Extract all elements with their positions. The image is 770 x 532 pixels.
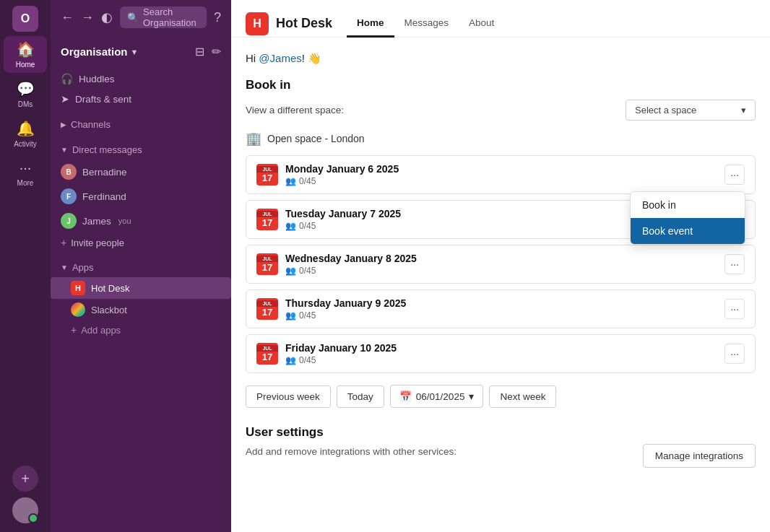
invite-icon: + [61, 237, 66, 248]
booking-dropdown: Book in Book event [630, 191, 745, 245]
ferdinand-avatar: F [61, 188, 77, 204]
thursday-more-button[interactable]: ··· [724, 299, 745, 319]
friday-count-text: 0/45 [299, 355, 316, 365]
apps-section: ▼ Apps H Hot Desk Slackbot + Add apps [51, 255, 231, 342]
greeting-prefix: Hi [246, 52, 259, 64]
today-button[interactable]: Today [337, 385, 384, 408]
org-name-label: Organisation [61, 45, 128, 58]
tab-messages[interactable]: Messages [394, 10, 459, 38]
prev-week-button[interactable]: Previous week [246, 385, 331, 408]
james-avatar: J [61, 213, 77, 229]
activity-icon: 🔔 [17, 120, 35, 137]
slackbot-icon [71, 302, 85, 317]
dm-james[interactable]: J James you [51, 209, 231, 233]
monday-date: Monday January 6 2025 [285, 163, 399, 175]
dm-bernadine[interactable]: B Bernadine [51, 160, 231, 184]
sidebar-item-huddles[interactable]: 🎧 Huddles [51, 69, 231, 89]
rail-item-activity[interactable]: 🔔 Activity [4, 115, 47, 152]
invite-label: Invite people [71, 237, 124, 248]
rail-item-home[interactable]: 🏠 Home [4, 36, 47, 73]
back-button[interactable]: ← [61, 10, 74, 25]
tuesday-month: JUL [256, 211, 278, 217]
space-select[interactable]: Select a space ▾ [626, 100, 756, 121]
wednesday-date-icon: JUL 17 [256, 253, 278, 275]
slackbot-name: Slackbot [91, 305, 127, 315]
rail-item-dms[interactable]: 💬 DMs [4, 76, 47, 113]
thursday-count-text: 0/45 [299, 310, 316, 320]
app-hotdesk[interactable]: H Hot Desk [51, 277, 231, 299]
huddles-icon: 🎧 [61, 73, 73, 84]
greeting-mention[interactable]: @James [259, 52, 301, 64]
booking-row-friday: JUL 17 Friday January 10 2025 👥 0/45 ··· [246, 334, 756, 373]
tuesday-count: 👥 0/45 [285, 221, 401, 231]
tuesday-people-icon: 👥 [285, 221, 296, 231]
user-settings-title: User settings [246, 425, 756, 440]
forward-button[interactable]: → [81, 10, 94, 25]
sidebar-header: Organisation ▼ ⊟ ✏ [51, 35, 231, 66]
dropdown-book-in[interactable]: Book in [631, 192, 745, 218]
wednesday-more-button[interactable]: ··· [724, 254, 745, 274]
thursday-month: JUL [256, 300, 278, 307]
dropdown-book-event[interactable]: Book event [631, 218, 745, 244]
dms-collapse[interactable]: ▼ Direct messages [51, 140, 231, 160]
week-nav: Previous week Today 📅 06/01/2025 ▾ Next … [246, 385, 756, 419]
channels-arrow-icon: ▶ [61, 121, 66, 128]
date-picker[interactable]: 📅 06/01/2025 ▾ [390, 385, 484, 408]
sidebar-item-drafts[interactable]: ➤ Drafts & sent [51, 89, 231, 109]
filter-icon[interactable]: ⊟ [195, 45, 204, 58]
monday-count: 👥 0/45 [285, 176, 399, 186]
drafts-label: Drafts & sent [75, 94, 131, 105]
booking-row-monday: JUL 17 Monday January 6 2025 👥 0/45 ··· [246, 155, 756, 194]
friday-more-button[interactable]: ··· [724, 344, 745, 364]
search-bar[interactable]: 🔍 Search Organisation [120, 6, 207, 28]
friday-month: JUL [256, 345, 278, 352]
monday-count-text: 0/45 [299, 176, 316, 186]
thursday-day: 17 [262, 307, 272, 318]
drafts-icon: ➤ [61, 93, 69, 105]
apps-collapse[interactable]: ▼ Apps [51, 258, 231, 277]
dms-arrow-icon: ▼ [61, 146, 68, 154]
add-apps[interactable]: + Add apps [51, 320, 231, 339]
monday-more-button[interactable]: ··· [724, 165, 745, 185]
search-placeholder: Search Organisation [143, 6, 199, 28]
compose-icon[interactable]: ✏ [212, 45, 221, 58]
booking-row-wednesday: JUL 17 Wednesday January 8 2025 👥 0/45 ·… [246, 245, 756, 284]
bernadine-name: Bernadine [82, 167, 127, 178]
org-avatar[interactable]: O [12, 6, 38, 32]
tab-home[interactable]: Home [347, 10, 394, 38]
add-workspace-button[interactable]: + [12, 466, 38, 492]
help-button[interactable]: ? [214, 10, 221, 25]
monday-people-icon: 👥 [285, 176, 296, 186]
tuesday-date: Tuesday January 7 2025 [285, 208, 401, 219]
app-title: Hot Desk [276, 16, 332, 31]
sidebar: ← → ◐ 🔍 Search Organisation ? Organisati… [51, 0, 231, 532]
thursday-date-icon: JUL 17 [256, 298, 278, 320]
manage-integrations-button[interactable]: Manage integrations [643, 444, 756, 468]
search-icon: 🔍 [127, 12, 139, 23]
thursday-count: 👥 0/45 [285, 310, 406, 320]
topbar: ← → ◐ 🔍 Search Organisation ? [51, 0, 231, 35]
tab-about[interactable]: About [459, 10, 504, 38]
channels-collapse[interactable]: ▶ Channels [51, 115, 231, 134]
history-button[interactable]: ◐ [101, 9, 113, 25]
next-week-button[interactable]: Next week [489, 385, 556, 408]
invite-people[interactable]: + Invite people [51, 233, 231, 252]
greeting: Hi @James! 👋 [246, 52, 756, 65]
org-name-button[interactable]: Organisation ▼ [61, 45, 138, 58]
date-picker-value: 06/01/2025 [416, 391, 465, 402]
rail-item-home-label: Home [16, 61, 35, 69]
space-select-value: Select a space [635, 105, 696, 115]
wednesday-date: Wednesday January 8 2025 [285, 253, 417, 264]
app-tabs: Home Messages About [347, 10, 504, 37]
friday-count: 👥 0/45 [285, 355, 397, 365]
user-avatar[interactable] [12, 497, 38, 523]
hotdesk-name: Hot Desk [91, 283, 129, 294]
thursday-people-icon: 👥 [285, 310, 296, 320]
space-label: View a different space: [246, 105, 344, 115]
channels-section: ▶ Channels [51, 112, 231, 137]
rail-item-more[interactable]: ··· More [4, 155, 47, 191]
tuesday-date-icon: JUL 17 [256, 209, 278, 230]
app-slackbot[interactable]: Slackbot [51, 299, 231, 320]
ferdinand-name: Ferdinand [82, 191, 126, 202]
dm-ferdinand[interactable]: F Ferdinand [51, 184, 231, 209]
